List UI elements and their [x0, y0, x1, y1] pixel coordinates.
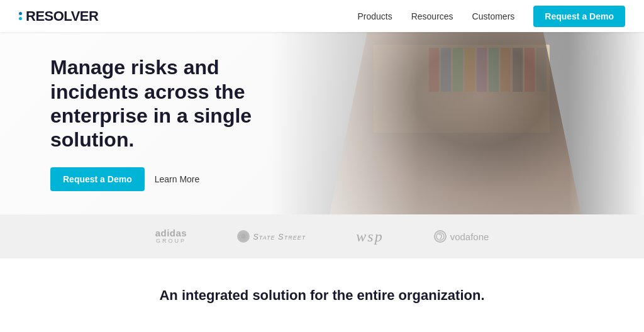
hero-section: Manage risks and incidents across the en…: [0, 32, 644, 214]
hero-right-fade: [569, 32, 644, 214]
bottom-section: An integrated solution for the entire or…: [0, 258, 644, 332]
nav-products[interactable]: Products: [357, 11, 392, 21]
statestreet-icon: [237, 230, 250, 243]
adidas-logo: adidas GROUP: [155, 228, 187, 245]
hero-title: Manage risks and incidents across the en…: [50, 55, 296, 152]
nav-resources[interactable]: Resources: [411, 11, 453, 21]
svg-point-0: [240, 233, 247, 240]
logo-dots: [19, 12, 22, 20]
wsp-logo: wsp: [356, 228, 383, 245]
hero-learn-more-button[interactable]: Learn More: [155, 174, 200, 184]
wsp-label: wsp: [356, 228, 383, 245]
statestreet-label: State Street: [253, 232, 306, 241]
statestreet-logo: State Street: [237, 230, 306, 243]
nav-customers[interactable]: Customers: [472, 11, 515, 21]
vodafone-logo: vodafone: [434, 230, 489, 243]
hero-buttons: Request a Demo Learn More: [50, 167, 296, 191]
logo-dot-top: [19, 12, 22, 15]
logo-text: RESOLVER: [26, 8, 98, 25]
header: RESOLVER Products Resources Customers Re…: [0, 0, 644, 32]
logos-bar: adidas GROUP State Street wsp vodafone: [0, 214, 644, 258]
nav-request-demo-button[interactable]: Request a Demo: [533, 6, 625, 27]
adidas-logo-text: adidas GROUP: [155, 228, 187, 245]
logo[interactable]: RESOLVER: [19, 8, 98, 25]
hero-content: Manage risks and incidents across the en…: [0, 32, 314, 214]
bottom-title: An integrated solution for the entire or…: [159, 287, 484, 304]
main-nav: Products Resources Customers Request a D…: [357, 6, 625, 27]
vodafone-label: vodafone: [450, 231, 489, 242]
vodafone-icon: [434, 230, 447, 243]
hero-request-demo-button[interactable]: Request a Demo: [50, 167, 145, 191]
logo-dot-bottom: [19, 17, 22, 20]
